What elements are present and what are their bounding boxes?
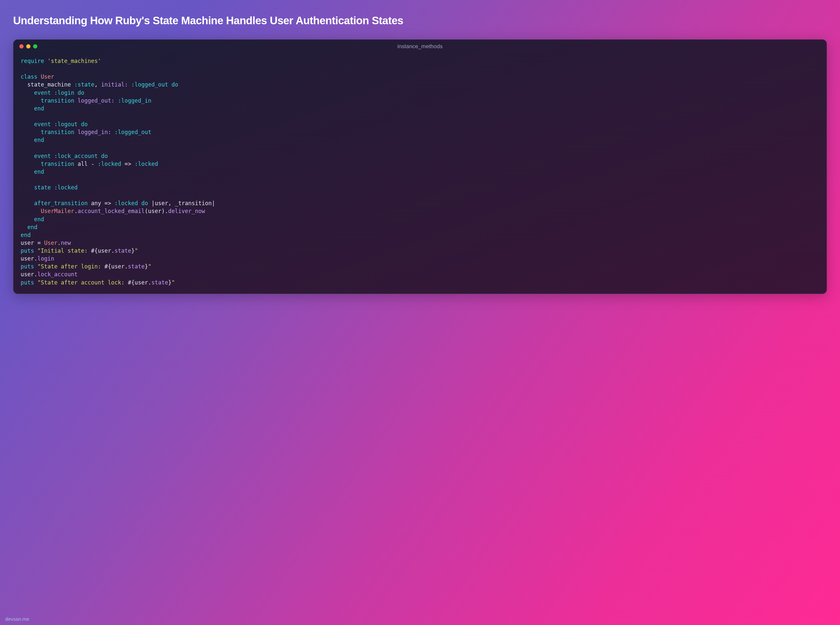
code-line: puts "State after account lock: #{user.s…	[21, 278, 819, 286]
code-token: user, _transition	[155, 200, 212, 207]
code-token: event	[34, 89, 51, 96]
code-token: (user).	[145, 208, 168, 215]
code-token	[34, 279, 37, 286]
code-token: puts	[21, 263, 34, 270]
code-token: end	[21, 232, 31, 238]
code-token: :locked	[135, 160, 158, 167]
code-token: transition	[40, 129, 74, 135]
traffic-lights	[19, 44, 37, 48]
code-token: :state	[74, 81, 94, 88]
window-title: instance_methods	[14, 43, 826, 50]
code-line	[21, 144, 819, 152]
code-token: after_transition	[34, 200, 88, 207]
code-token: User	[44, 239, 57, 246]
code-token: class	[21, 73, 37, 80]
code-token	[74, 129, 77, 135]
code-token: "State after account lock:	[37, 279, 128, 286]
code-token: UserMailer	[40, 208, 74, 215]
code-line: UserMailer.account_locked_email(user).de…	[21, 207, 819, 215]
close-icon[interactable]	[19, 44, 23, 48]
code-token	[51, 153, 54, 159]
code-token	[128, 81, 131, 88]
code-token: lock_account	[37, 271, 77, 278]
zoom-icon[interactable]	[33, 44, 37, 48]
code-token: #{	[91, 247, 98, 254]
code-token	[34, 263, 37, 270]
code-token	[74, 89, 77, 96]
watermark: devsan.me	[5, 616, 29, 622]
code-token: =>	[121, 160, 135, 167]
code-token	[51, 184, 54, 191]
code-line: end	[21, 136, 819, 144]
code-token: :logged_out	[115, 129, 152, 135]
code-token: state	[115, 247, 131, 254]
code-token: end	[27, 224, 37, 230]
code-line: puts "State after login: #{user.state}"	[21, 263, 819, 271]
code-token	[21, 224, 27, 230]
code-line: event :logout do	[21, 120, 819, 128]
code-token: }	[168, 279, 171, 286]
code-token	[148, 200, 151, 207]
code-token	[21, 160, 40, 167]
code-token: event	[34, 153, 51, 159]
code-token: ,	[94, 81, 101, 88]
code-token	[74, 97, 77, 104]
code-token: "	[172, 279, 175, 286]
code-token: state	[128, 263, 145, 270]
code-token: user.	[21, 255, 37, 262]
code-token: "	[135, 247, 138, 254]
code-token: :logged_in	[118, 97, 151, 104]
code-token: state	[151, 279, 168, 286]
code-token: |	[212, 200, 215, 207]
code-token: :logout	[54, 121, 77, 127]
code-window: instance_methods require 'state_machines…	[13, 39, 827, 294]
code-token: end	[34, 168, 44, 175]
code-line: user = User.new	[21, 239, 819, 247]
code-line: end	[21, 223, 819, 231]
code-token	[138, 200, 141, 207]
code-token	[21, 208, 40, 215]
code-token: account_locked_email	[77, 208, 145, 215]
code-line: user.login	[21, 255, 819, 263]
code-token: user.	[135, 279, 151, 286]
code-line	[21, 65, 819, 73]
page-title: Understanding How Ruby's State Machine H…	[13, 14, 827, 27]
code-token	[115, 97, 118, 104]
code-token: :lock_account	[54, 153, 98, 159]
code-line: class User	[21, 73, 819, 81]
code-token: :locked	[115, 200, 138, 207]
minimize-icon[interactable]	[26, 44, 31, 48]
code-line: end	[21, 231, 819, 239]
code-token: new	[61, 239, 71, 246]
code-token	[37, 73, 40, 80]
code-token: user.	[21, 271, 37, 278]
code-token: do	[172, 81, 178, 88]
code-token: initial:	[101, 81, 128, 88]
code-token: all -	[74, 160, 98, 167]
code-line: after_transition any => :locked do |user…	[21, 199, 819, 207]
code-token: do	[77, 89, 84, 96]
code-line: require 'state_machines'	[21, 57, 819, 65]
code-token: :locked	[98, 160, 121, 167]
code-token: do	[141, 200, 148, 207]
code-token	[21, 89, 34, 96]
code-token: :logged_out	[131, 81, 168, 88]
code-token: #{	[104, 263, 111, 270]
code-token	[111, 129, 114, 135]
code-line: transition all - :locked => :locked	[21, 160, 819, 168]
code-token	[21, 200, 34, 207]
code-token: state	[34, 184, 51, 191]
code-token: end	[34, 137, 44, 143]
code-line: end	[21, 104, 819, 112]
code-token: User	[40, 73, 54, 80]
code-body[interactable]: require 'state_machines' class User stat…	[14, 52, 826, 294]
code-token: logged_out:	[77, 97, 115, 104]
code-line: user.lock_account	[21, 271, 819, 278]
code-token: .	[74, 208, 77, 215]
code-token: state_machine	[21, 81, 74, 88]
code-token	[98, 153, 101, 159]
code-line: state_machine :state, initial: :logged_o…	[21, 81, 819, 89]
code-token: transition	[40, 97, 74, 104]
code-token: do	[81, 121, 87, 127]
code-token	[21, 137, 34, 143]
